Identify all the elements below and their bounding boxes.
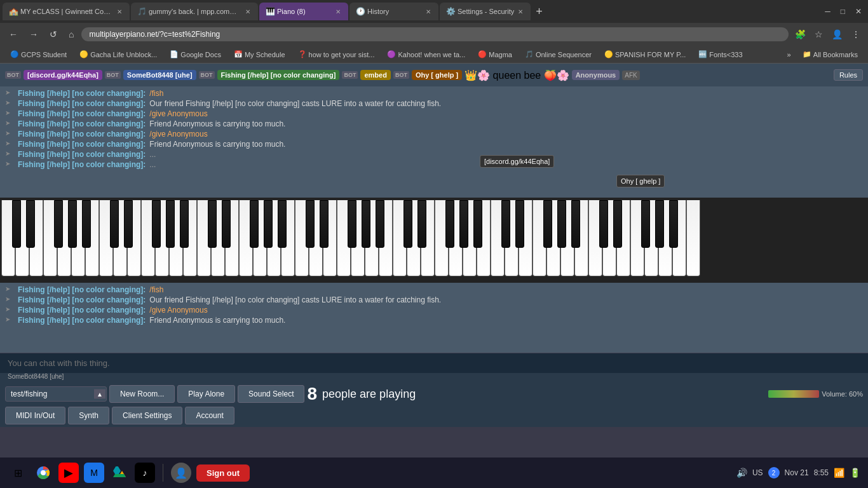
bookmark-sequencer[interactable]: 🎵 Online Sequencer [520, 49, 597, 60]
black-key-15[interactable] [306, 200, 315, 248]
bookmark-button[interactable]: ☆ [812, 28, 825, 41]
taskbar-volume-icon[interactable]: 🔊 [736, 468, 747, 478]
taskbar-meet-icon[interactable]: M [84, 463, 104, 483]
taskbar-apps-button[interactable]: ⊞ [8, 463, 28, 483]
black-key-34[interactable] [669, 200, 678, 248]
taskbar-chrome-icon[interactable] [33, 463, 53, 483]
black-key-14[interactable] [278, 200, 287, 248]
client-settings-button[interactable]: Client Settings [112, 407, 182, 424]
black-key-26[interactable] [515, 200, 524, 248]
black-key-12[interactable] [250, 200, 259, 248]
extensions-button[interactable]: 🧩 [792, 28, 808, 41]
taskbar-youtube-icon[interactable]: ▶ [58, 463, 79, 483]
tab-1[interactable]: 🏫 MY eCLASS | Gwinnett County... ✕ [3, 3, 130, 20]
sign-out-button[interactable]: Sign out [196, 464, 250, 482]
tab-4-close[interactable]: ✕ [424, 7, 432, 17]
black-key-22[interactable] [445, 200, 454, 248]
black-key-32[interactable] [641, 200, 650, 248]
sound-select-button[interactable]: Sound Select [238, 385, 304, 403]
black-key-31[interactable] [613, 200, 622, 248]
tab-3-close[interactable]: ✕ [334, 7, 342, 17]
black-key-6[interactable] [124, 200, 133, 248]
white-key-49[interactable] [686, 200, 700, 276]
black-key-13[interactable] [264, 200, 273, 248]
bookmarks-more[interactable]: » [783, 50, 795, 60]
black-key-0[interactable] [12, 200, 21, 248]
close-window-button[interactable]: ✕ [851, 6, 865, 17]
black-key-5[interactable] [110, 200, 119, 248]
menu-button[interactable]: ⋮ [849, 28, 863, 41]
user-ohy[interactable]: Ohy [ ghelp ] [412, 70, 462, 80]
bookmark-magma[interactable]: 🔴 Magma [473, 49, 517, 60]
user-anonymous[interactable]: Anonymous [572, 70, 620, 80]
tab-4[interactable]: 🕐 History ✕ [349, 3, 438, 20]
bookmark-gcps[interactable]: 🔵 GCPS Student [5, 49, 72, 60]
black-key-20[interactable] [403, 200, 412, 248]
black-key-27[interactable] [543, 200, 552, 248]
black-key-29[interactable] [571, 200, 580, 248]
bookmark-howto[interactable]: ❓ how to get your sist... [293, 49, 380, 60]
black-key-11[interactable] [222, 200, 231, 248]
home-button[interactable]: ⌂ [65, 28, 78, 41]
new-tab-button[interactable]: + [532, 5, 546, 18]
taskbar-notification-badge[interactable]: 2 [768, 467, 780, 478]
tab-3[interactable]: 🎹 Piano (8) ✕ [259, 3, 348, 20]
black-key-8[interactable] [166, 200, 175, 248]
user-fishing[interactable]: Fishing [/help] [no color changing] [217, 70, 340, 80]
taskbar-drive-icon[interactable] [109, 463, 130, 483]
new-room-button[interactable]: New Room... [109, 385, 175, 403]
tab-2[interactable]: 🎵 gummy's back. | mpp.commu... ✕ [131, 3, 258, 20]
user-somebot[interactable]: SomeBot8448 [uhe] [123, 70, 196, 80]
rules-button[interactable]: Rules [834, 69, 863, 81]
bookmark-fonts[interactable]: 🔤 Fonts<333 [693, 49, 747, 60]
black-key-16[interactable] [320, 200, 329, 248]
forward-button[interactable]: → [25, 28, 42, 41]
bookmark-kahoot[interactable]: 🟣 Kahoot! when we ta... [382, 49, 470, 60]
black-key-9[interactable] [180, 200, 189, 248]
account-button[interactable]: Account [185, 407, 234, 424]
minimize-button[interactable]: ─ [821, 6, 834, 17]
chat-input[interactable] [0, 353, 868, 373]
black-key-23[interactable] [459, 200, 468, 248]
user-discord[interactable]: [discord.gg/k44Eqha] [24, 70, 102, 80]
black-key-1[interactable] [26, 200, 35, 248]
taskbar-tiktok-icon[interactable]: ♪ [135, 463, 155, 483]
back-button[interactable]: ← [5, 28, 22, 41]
bookmark-docs[interactable]: 📄 Google Docs [165, 49, 226, 60]
room-input[interactable] [5, 386, 107, 402]
taskbar-avatar[interactable]: 👤 [171, 463, 191, 483]
play-alone-button[interactable]: Play Alone [177, 385, 235, 403]
tab-5[interactable]: ⚙️ Settings - Security ✕ [440, 3, 531, 20]
tab-1-close[interactable]: ✕ [116, 7, 123, 17]
tab-5-close[interactable]: ✕ [517, 7, 524, 17]
black-key-21[interactable] [417, 200, 426, 248]
black-key-28[interactable] [557, 200, 566, 248]
volume-bar[interactable] [768, 390, 819, 398]
black-key-33[interactable] [655, 200, 664, 248]
bookmark-schedule[interactable]: 📅 My Schedule [229, 49, 290, 60]
maximize-button[interactable]: □ [837, 6, 849, 17]
bookmark-gacha[interactable]: 🟡 Gacha Life Unblock... [74, 49, 162, 60]
black-key-10[interactable] [208, 200, 217, 248]
bookmark-all[interactable]: 📁 All Bookmarks [797, 49, 863, 60]
midi-button[interactable]: MIDI In/Out [5, 407, 65, 424]
tab-2-close[interactable]: ✕ [244, 7, 252, 17]
black-key-30[interactable] [599, 200, 608, 248]
black-key-18[interactable] [362, 200, 370, 248]
black-key-4[interactable] [82, 200, 91, 248]
bookmark-spanish[interactable]: 🟡 SPANISH FOR MY P... [599, 49, 691, 60]
refresh-button[interactable]: ↺ [46, 28, 61, 41]
black-key-17[interactable] [348, 200, 356, 248]
user-queen-bee[interactable]: 👑🌸 queen bee 🍑🌸 [465, 69, 569, 81]
piano-keyboard[interactable] [1, 200, 700, 283]
room-dropdown-button[interactable]: ▲ [94, 390, 105, 399]
black-key-19[interactable] [376, 200, 384, 248]
user-embed[interactable]: embed [360, 70, 390, 80]
black-key-24[interactable] [473, 200, 482, 248]
black-key-3[interactable] [68, 200, 77, 248]
black-key-7[interactable] [152, 200, 161, 248]
profile-button[interactable]: 👤 [829, 28, 845, 41]
address-bar[interactable] [81, 27, 789, 41]
synth-button[interactable]: Synth [68, 407, 109, 424]
black-key-2[interactable] [54, 200, 63, 248]
